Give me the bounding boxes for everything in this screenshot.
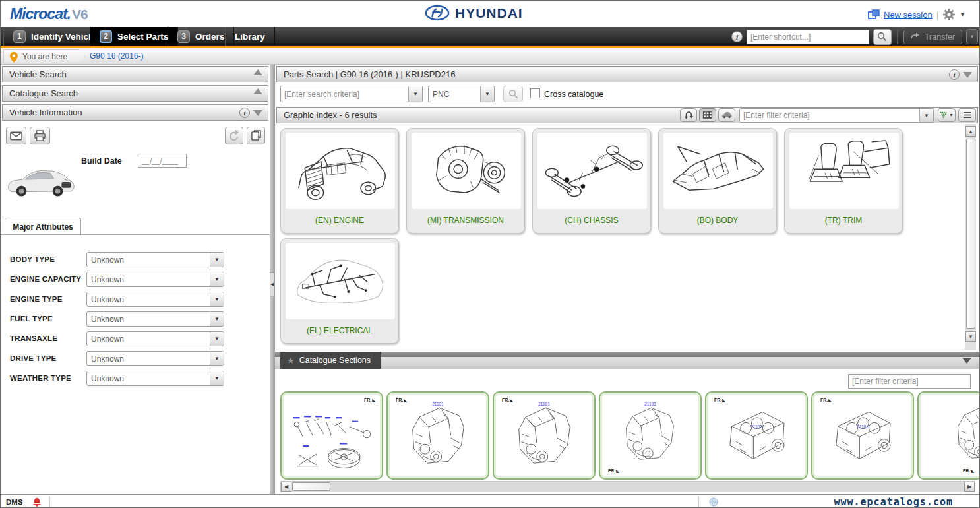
transfer-dropdown-button[interactable]: ▼: [966, 29, 978, 44]
attribute-filter-button[interactable]: ▼: [938, 108, 956, 122]
fr-mark: FR.: [714, 398, 725, 402]
parts-search-button[interactable]: [503, 86, 523, 102]
section-thumb-block-2[interactable]: FR. 21102: [811, 391, 914, 480]
info-icon[interactable]: i: [949, 69, 960, 80]
transfer-button[interactable]: Transfer: [903, 30, 962, 44]
part-number-tag: 21102: [857, 424, 869, 429]
you-are-here-chip: You are here: [3, 49, 85, 63]
weather-type-select[interactable]: Unknown▼: [86, 371, 224, 386]
shortcut-input[interactable]: [747, 30, 869, 44]
attribute-label: ENGINE TYPE: [10, 295, 63, 303]
transaxle-select[interactable]: Unknown▼: [86, 331, 224, 346]
transfer-label: Transfer: [925, 32, 955, 42]
fr-mark: FR.: [502, 398, 513, 402]
shortcut-search-button[interactable]: [873, 29, 892, 45]
scrollbar-thumb[interactable]: [292, 482, 330, 491]
fuel-type-select[interactable]: Unknown▼: [86, 311, 224, 327]
breadcrumb-current-link[interactable]: G90 16 (2016-): [90, 51, 143, 61]
tile-electrical[interactable]: (EL) ELECTRICAL: [280, 238, 399, 344]
vehicle-search-header[interactable]: Vehicle Search: [2, 66, 268, 82]
engine-capacity-select[interactable]: Unknown▼: [86, 272, 224, 287]
section-thumb-engine-2[interactable]: FR. 21101: [493, 391, 596, 480]
settings-chevron-down-icon[interactable]: ▼: [960, 11, 965, 18]
reset-button[interactable]: [225, 127, 243, 144]
tile-body[interactable]: (BO) BODY: [658, 128, 777, 234]
new-session-link[interactable]: New session: [884, 10, 933, 20]
section-thumb-engine-3[interactable]: FR. 21101: [599, 391, 702, 480]
tile-transmission[interactable]: (MI) TRANSMISSION: [406, 128, 525, 234]
search-criteria-input[interactable]: [281, 86, 408, 102]
tile-label: (CH) CHASSIS: [533, 216, 650, 225]
search-criteria-combo[interactable]: ▼: [280, 86, 423, 102]
drive-type-select[interactable]: Unknown▼: [86, 351, 224, 366]
catalogue-sections-panel: FR. FR. 21101 FR. 21101 FR. 21101 FR. 21…: [275, 369, 980, 494]
session-controls: New session | ▼: [868, 8, 965, 21]
export-vehicle-button[interactable]: [247, 127, 265, 144]
info-icon[interactable]: i: [239, 108, 250, 118]
build-date-input[interactable]: [138, 154, 187, 168]
info-icon[interactable]: i: [731, 31, 743, 42]
print-button[interactable]: [30, 127, 50, 144]
cross-catalogue-checkbox[interactable]: [530, 88, 540, 98]
chevron-down-icon[interactable]: ▼: [408, 86, 422, 102]
collapse-up-icon[interactable]: [253, 69, 262, 75]
email-button[interactable]: [6, 127, 26, 144]
tile-chassis[interactable]: (CH) CHASSIS: [532, 128, 651, 234]
back-to-index-button[interactable]: [680, 108, 697, 122]
tile-label: (EL) ELECTRICAL: [281, 326, 398, 335]
body-type-select[interactable]: Unknown▼: [86, 252, 224, 267]
graphic-filter-input[interactable]: [740, 109, 919, 122]
vehicle-filter-button[interactable]: [718, 108, 735, 122]
part-number-tag: 21101: [432, 402, 444, 406]
chevron-down-icon: ▼: [210, 272, 224, 286]
catalogue-search-header[interactable]: Catalogue Search: [2, 85, 268, 102]
collapse-down-icon[interactable]: [963, 72, 972, 78]
scroll-right-button[interactable]: ▶: [964, 482, 975, 492]
build-date-label: Build Date: [81, 156, 122, 166]
search-icon: [877, 32, 887, 42]
part-number-tag: 21101: [538, 402, 550, 406]
chassis-illustration: [539, 137, 645, 205]
car-icon: [721, 111, 732, 119]
scroll-up-button[interactable]: ▲: [965, 126, 976, 137]
parts-search-header[interactable]: Parts Search | G90 16 (2016-) | KRUSPD21…: [276, 66, 978, 82]
cross-catalogue-label: Cross catalogue: [544, 90, 603, 99]
tab-major-attributes[interactable]: Major Attributes: [5, 218, 81, 235]
graphic-index-scrollbar[interactable]: ▲ ▼: [965, 124, 976, 350]
graphic-filter-combo[interactable]: ▼: [739, 108, 934, 123]
section-thumb-engine-4[interactable]: FR.: [917, 391, 980, 480]
header-divider: |: [936, 10, 938, 20]
catalogue-scrollbar[interactable]: ◀ ▶: [280, 481, 975, 492]
section-thumb-tools[interactable]: FR.: [280, 391, 383, 480]
search-type-select[interactable]: PNC ▼: [428, 86, 495, 102]
collapse-down-icon[interactable]: [962, 358, 971, 364]
tab-select-parts[interactable]: 2 Select Parts: [90, 27, 178, 46]
vehicle-information-header[interactable]: Vehicle Information i: [2, 104, 268, 121]
tile-label: (BO) BODY: [659, 216, 776, 225]
scroll-left-button[interactable]: ◀: [281, 482, 291, 492]
attribute-label: DRIVE TYPE: [10, 354, 56, 362]
list-view-button[interactable]: [958, 108, 976, 122]
splitter-collapse-handle[interactable]: ◀: [270, 272, 275, 296]
section-thumb-block-1[interactable]: FR. 21102: [705, 391, 808, 480]
alert-bell-icon[interactable]: [32, 497, 42, 507]
panel-splitter[interactable]: ◀: [270, 65, 275, 494]
tile-trim[interactable]: (TR) TRIM: [784, 128, 903, 234]
chevron-down-icon[interactable]: ▼: [919, 109, 933, 122]
thumbnail-view-button[interactable]: [699, 108, 716, 122]
section-filter-input[interactable]: [848, 374, 971, 389]
catalogue-sections-tab[interactable]: ★ Catalogue Sections: [280, 352, 381, 369]
new-session-icon[interactable]: [868, 9, 880, 20]
chevron-down-icon: ▼: [210, 312, 224, 326]
section-thumb-engine-1[interactable]: FR. 21101: [386, 391, 489, 480]
collapse-up-icon[interactable]: [253, 88, 262, 94]
hyundai-logo: HYUNDAI: [425, 5, 523, 21]
scroll-down-button[interactable]: ▼: [965, 331, 976, 342]
tab-library[interactable]: Library: [225, 27, 275, 46]
gear-icon[interactable]: [942, 8, 956, 21]
engine-type-select[interactable]: Unknown▼: [86, 292, 224, 307]
scrollbar-thumb[interactable]: [966, 139, 975, 329]
collapse-down-icon[interactable]: [253, 110, 262, 116]
tile-engine[interactable]: (EN) ENGINE: [280, 128, 399, 234]
attribute-label: WEATHER TYPE: [10, 374, 71, 382]
